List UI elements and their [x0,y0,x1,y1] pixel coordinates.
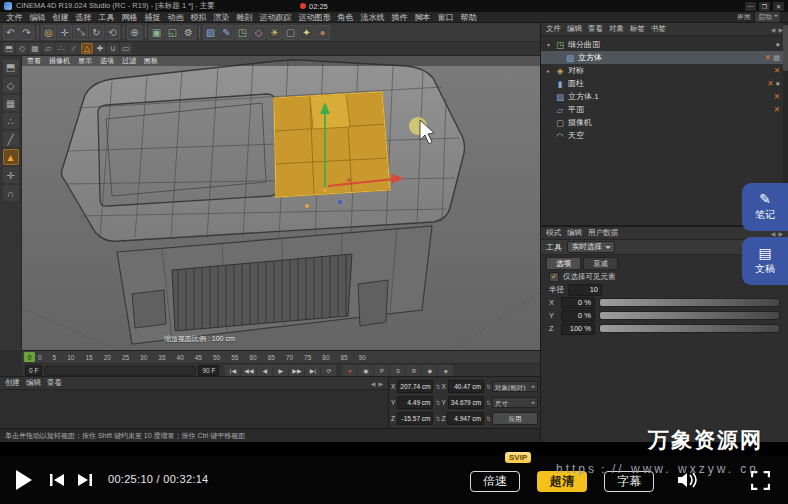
viewport-snap-icon[interactable]: ∩ [3,185,19,201]
size-z-input[interactable]: 4.947 cm [447,412,483,425]
panel-menu-item[interactable]: 编辑 [567,228,582,238]
menubar-item[interactable]: 文件 [3,12,26,23]
menubar-item[interactable]: 编辑 [26,12,49,23]
radius-input[interactable]: 10 [568,284,602,296]
render-view-icon[interactable]: ▣ [149,25,164,40]
deformer-icon[interactable]: ◇ [251,25,266,40]
position-key-button[interactable]: P [374,365,389,376]
object-tree-row[interactable]: ◠天空 [541,129,788,142]
rotation-key-button[interactable]: R [406,365,421,376]
panel-menu-item[interactable]: 文件 [546,24,561,34]
apply-button[interactable]: 应用 [492,412,538,425]
move-icon[interactable]: ✛ [57,25,72,40]
object-tree-row[interactable]: ▮圆柱✕● [541,77,788,90]
environment-icon[interactable]: ☀ [267,25,282,40]
panel-menu-item[interactable]: 模式 [546,228,561,238]
timeline-ruler[interactable]: 0 051015202530354045505560657075808590 [22,351,540,364]
menubar-item[interactable]: 选择 [72,12,95,23]
spinner-icon[interactable]: ⇅ [435,415,440,422]
enable-axis-icon[interactable]: ✚ [94,43,106,54]
panel-menu-item[interactable]: 查看 [588,24,603,34]
live-selection-icon[interactable]: ◎ [41,25,56,40]
play-button[interactable]: ▶ [273,365,288,376]
next-button[interactable] [76,472,94,488]
axis-slider[interactable] [599,324,780,333]
timeline-range-slider[interactable] [44,366,196,376]
play-button[interactable] [16,470,32,490]
menubar-item[interactable]: 渲染 [210,12,233,23]
size-mode-dropdown[interactable]: 尺寸 [492,397,538,408]
frame-start-input[interactable]: 0 F [25,365,42,376]
size-y-input[interactable]: 34.679 cm [448,396,484,409]
size-x-input[interactable]: 40.47 cm [448,380,484,393]
tab-falloff[interactable]: 衰减 [583,257,618,270]
render-region-icon[interactable]: ◱ [165,25,180,40]
nav-back-icon[interactable]: ◀ [771,26,776,33]
menubar-item[interactable]: 创建 [49,12,72,23]
object-tree-row[interactable]: ▧立方体.1✕ [541,90,788,103]
object-tree-row[interactable]: ▱平面✕ [541,103,788,116]
last-tool-icon[interactable]: ⟲ [105,25,120,40]
prev-frame-button[interactable]: ◀ [257,365,272,376]
timeline-playhead[interactable]: 0 [24,352,35,362]
viewport-3d[interactable]: 查看摄像机显示选项过滤面板 缩放视图比例 : 100 cm [22,56,540,350]
object-tag-icon[interactable]: ● [775,79,780,88]
maximize-button[interactable]: ❐ [759,2,770,11]
draft-button[interactable]: ▤ 文稿 [742,237,788,285]
menubar-item[interactable]: 模拟 [187,12,210,23]
points-mode-icon[interactable]: ∴ [55,43,67,54]
spinner-icon[interactable]: ⇅ [486,399,491,406]
spline-pen-icon[interactable]: ✎ [219,25,234,40]
coordinate-system-icon[interactable]: ⊕ [127,25,142,40]
object-tag-icon[interactable]: ● [775,40,780,49]
prev-key-button[interactable]: ◀◀ [241,365,256,376]
coordinate-mode-dropdown[interactable]: 对象(相对) [492,381,538,392]
object-tag-icon[interactable]: ✕ [774,66,780,75]
goto-end-button[interactable]: ▶| [305,365,320,376]
panel-menu-item[interactable]: 编辑 [26,378,41,388]
light-icon[interactable]: ✦ [299,25,314,40]
spinner-icon[interactable]: ⇅ [435,383,440,390]
panel-menu-item[interactable]: 书签 [651,24,666,34]
minimize-button[interactable]: — [745,2,756,11]
parameter-key-button[interactable]: ◆ [422,365,437,376]
menubar-item[interactable]: 帮助 [457,12,480,23]
nav-forward-icon[interactable]: ▶ [378,380,383,387]
viewport-menu-item[interactable]: 摄像机 [49,56,70,66]
primitive-cube-icon[interactable]: ▧ [203,25,218,40]
texture-mode-icon[interactable]: ▦ [29,43,41,54]
interface-dropdown[interactable]: 启动 [754,11,781,23]
next-key-button[interactable]: ▶▶ [289,365,304,376]
viewport-menu-item[interactable]: 面板 [144,56,158,66]
undo-icon[interactable]: ↶ [3,25,18,40]
workplane-mode-icon[interactable]: ▱ [42,43,54,54]
polygons-mode-icon[interactable]: △ [81,43,93,54]
menubar-item[interactable]: 雕刻 [233,12,256,23]
viewport-menu-item[interactable]: 查看 [27,56,41,66]
menubar-item[interactable]: 窗口 [434,12,457,23]
texture-mode-icon[interactable]: ▦ [3,95,19,111]
make-editable-icon[interactable]: ⬒ [3,43,15,54]
menubar-item[interactable]: 流水线 [357,12,388,23]
polygons-mode-icon[interactable]: ▲ [3,149,19,165]
position-z-input[interactable]: -15.57 cm [397,412,433,425]
autokey-button[interactable]: ◉ [358,365,373,376]
edges-mode-icon[interactable]: ∕ [68,43,80,54]
model-mode-icon[interactable]: ◇ [3,77,19,93]
panel-menu-item[interactable]: 编辑 [567,24,582,34]
axis-slider[interactable] [599,298,780,307]
object-tag-icon[interactable]: ✕ [767,79,773,88]
nav-back-icon[interactable]: ◀ [371,380,376,387]
axis-value-input[interactable]: 0 % [561,310,595,322]
axis-slider[interactable] [599,311,780,320]
object-tree-row[interactable]: ▾◳细分曲面● [541,38,788,51]
notes-button[interactable]: ✎ 笔记 [742,183,788,231]
object-tree-row[interactable]: ▸◈对称✕ [541,64,788,77]
model-mesh[interactable] [61,60,464,241]
render-settings-icon[interactable]: ⚙ [181,25,196,40]
rotate-icon[interactable]: ↻ [89,25,104,40]
menubar-item[interactable]: 动画 [164,12,187,23]
tool-selector[interactable]: 实时选择 [567,241,615,253]
tab-options[interactable]: 选项 [546,257,581,270]
menubar-item[interactable]: 工具 [95,12,118,23]
